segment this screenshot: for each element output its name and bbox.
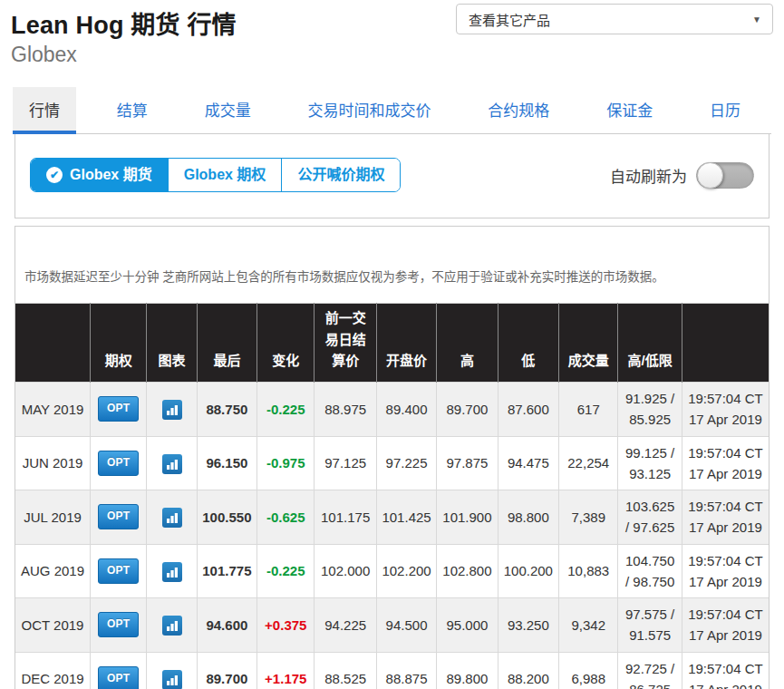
- last-updated: 19:57:04 CT 17 Apr 2019: [682, 490, 769, 545]
- col-options: 期权: [90, 304, 146, 383]
- segment-open-outcry-options[interactable]: 公开喊价期权: [281, 159, 400, 191]
- quotes-table-body: MAY 2019 OPT 88.750 -0.225 88.975 89.400…: [15, 383, 769, 689]
- volume: 6,988: [559, 652, 618, 689]
- bar-chart-icon[interactable]: [162, 670, 182, 689]
- hi-lo-limit: 104.750 / 98.750: [618, 544, 682, 598]
- hi-lo-limit: 99.125 / 93.125: [618, 436, 682, 490]
- segment-label: Globex 期权: [184, 166, 266, 184]
- last-updated: 19:57:04 CT 17 Apr 2019: [682, 436, 769, 490]
- tab-settlements[interactable]: 结算: [101, 87, 164, 134]
- quotes-page: Lean Hog 期货 行情 Globex 查看其它产品 ▼ 行情 结算 成交量…: [0, 0, 784, 689]
- bar-chart-icon[interactable]: [162, 508, 182, 528]
- open-price: 89.400: [376, 383, 436, 437]
- auto-refresh-label: 自动刷新为: [610, 164, 687, 187]
- options-button[interactable]: OPT: [98, 504, 140, 529]
- price-change: +0.375: [257, 598, 315, 653]
- bar-chart-icon[interactable]: [162, 562, 182, 582]
- prior-settle: 94.225: [315, 598, 376, 653]
- table-row: JUL 2019 OPT 100.550 -0.625 101.175 101.…: [15, 490, 769, 545]
- chart-cell: [147, 544, 197, 598]
- contract-month: DEC 2019: [15, 652, 90, 689]
- low-price: 88.200: [498, 652, 558, 689]
- price-change: -0.975: [257, 436, 315, 490]
- options-button[interactable]: OPT: [98, 666, 140, 689]
- contract-month: OCT 2019: [15, 598, 90, 653]
- price-change: -0.625: [257, 490, 315, 545]
- col-chart: 图表: [147, 304, 197, 383]
- tab-calendar[interactable]: 日历: [693, 87, 757, 134]
- segment-globex-options[interactable]: Globex 期权: [168, 159, 282, 191]
- chart-cell: [147, 436, 197, 490]
- tab-margins[interactable]: 保证金: [590, 87, 669, 134]
- high-price: 101.900: [437, 490, 498, 545]
- col-last: 最后: [197, 304, 256, 383]
- tab-contract-specs[interactable]: 合约规格: [471, 87, 566, 134]
- hi-lo-limit: 97.575 / 91.575: [618, 598, 682, 653]
- prior-settle: 101.175: [315, 490, 376, 545]
- options-button[interactable]: OPT: [98, 451, 140, 476]
- table-row: MAY 2019 OPT 88.750 -0.225 88.975 89.400…: [15, 383, 769, 437]
- auto-refresh-toggle[interactable]: [696, 162, 754, 189]
- volume: 7,389: [559, 490, 618, 545]
- open-price: 88.875: [376, 652, 436, 689]
- last-price: 89.700: [197, 652, 256, 689]
- prior-settle: 88.525: [315, 652, 376, 689]
- tab-quotes[interactable]: 行情: [13, 87, 76, 134]
- page-subtitle: Globex: [11, 43, 773, 67]
- options-button[interactable]: OPT: [98, 612, 140, 637]
- contract-month: JUN 2019: [15, 436, 90, 490]
- opt-cell: OPT: [90, 544, 146, 598]
- options-button[interactable]: OPT: [98, 396, 140, 422]
- high-price: 95.000: [437, 598, 498, 653]
- segment-globex-futures[interactable]: ✔ Globex 期货: [31, 159, 168, 191]
- product-dropdown-value: 查看其它产品: [469, 10, 550, 29]
- col-high: 高: [437, 304, 498, 383]
- hi-lo-limit: 92.725 / 86.725: [618, 652, 682, 689]
- market-type-toggle: ✔ Globex 期货 Globex 期权 公开喊价期权: [30, 158, 401, 192]
- open-price: 101.425: [376, 490, 436, 545]
- high-price: 97.875: [437, 436, 498, 490]
- price-change: -0.225: [257, 544, 315, 598]
- options-button[interactable]: OPT: [98, 558, 140, 584]
- last-updated: 19:57:04 CT 17 Apr 2019: [682, 383, 769, 437]
- table-row: OCT 2019 OPT 94.600 +0.375 94.225 94.500…: [15, 598, 769, 653]
- contract-month: JUL 2019: [15, 490, 90, 545]
- quotes-panel: 市场数据延迟至少十分钟 芝商所网站上包含的所有市场数据应仅视为参考，不应用于验证…: [15, 226, 769, 689]
- col-change: 变化: [257, 304, 315, 383]
- last-updated: 19:57:04 CT 17 Apr 2019: [682, 652, 769, 689]
- chart-cell: [147, 490, 197, 545]
- col-prior-settle: 前一交易日结算价: [315, 304, 376, 383]
- table-row: DEC 2019 OPT 89.700 +1.175 88.525 88.875…: [15, 652, 769, 689]
- bar-chart-icon[interactable]: [162, 400, 182, 420]
- chart-cell: [147, 383, 197, 437]
- contract-month: MAY 2019: [15, 383, 90, 437]
- price-change: +1.175: [257, 652, 315, 689]
- toggle-knob: [697, 162, 723, 189]
- last-price: 100.550: [197, 490, 256, 545]
- volume: 10,883: [559, 544, 618, 598]
- volume: 9,342: [559, 598, 618, 653]
- last-price: 101.775: [197, 544, 256, 598]
- chart-cell: [147, 652, 197, 689]
- contract-month: AUG 2019: [15, 544, 90, 598]
- high-price: 102.800: [437, 544, 498, 598]
- col-month: [15, 304, 90, 383]
- tab-volume[interactable]: 成交量: [189, 87, 267, 134]
- volume: 617: [559, 383, 618, 437]
- table-row: AUG 2019 OPT 101.775 -0.225 102.000 102.…: [15, 544, 769, 598]
- low-price: 100.200: [498, 544, 558, 598]
- tab-bar: 行情 结算 成交量 交易时间和成交价 合约规格 保证金 日历: [13, 87, 771, 134]
- tab-time-and-sales[interactable]: 交易时间和成交价: [291, 87, 447, 134]
- opt-cell: OPT: [90, 598, 146, 653]
- last-price: 88.750: [197, 383, 256, 437]
- low-price: 93.250: [498, 598, 558, 653]
- open-price: 102.200: [376, 544, 436, 598]
- chart-cell: [147, 598, 197, 653]
- product-dropdown[interactable]: 查看其它产品 ▼: [456, 4, 773, 34]
- auto-refresh-control: 自动刷新为: [610, 162, 754, 189]
- bar-chart-icon[interactable]: [162, 616, 182, 636]
- segment-label: 公开喊价期权: [297, 166, 384, 184]
- table-row: JUN 2019 OPT 96.150 -0.975 97.125 97.225…: [15, 436, 769, 490]
- opt-cell: OPT: [90, 490, 146, 545]
- bar-chart-icon[interactable]: [162, 454, 182, 474]
